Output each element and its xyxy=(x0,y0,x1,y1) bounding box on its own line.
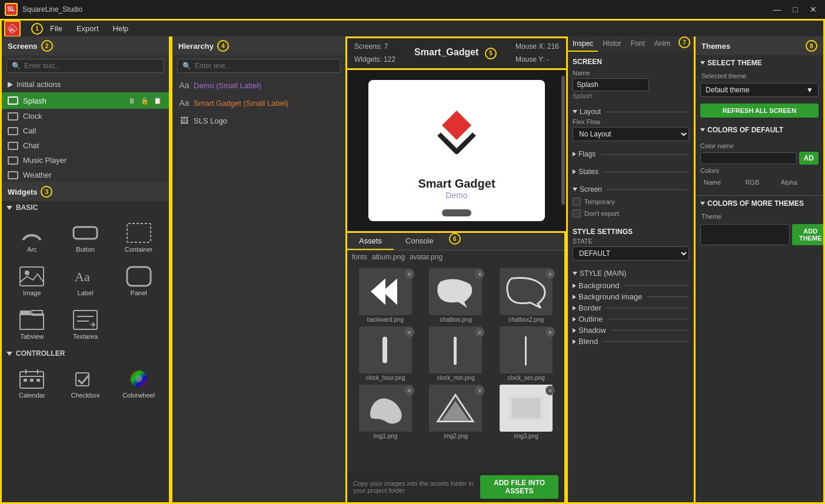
tab-assets[interactable]: Assets xyxy=(347,233,394,250)
widget-category-basic[interactable]: BASIC xyxy=(2,201,169,214)
inspector-panel: Inspec Histor Font Anim 7 SCREEN Name Sp… xyxy=(566,36,696,504)
style-main-collapsible[interactable]: STYLE (MAIN) xyxy=(573,267,689,280)
style-background[interactable]: Background xyxy=(573,280,689,291)
add-file-button[interactable]: ADD FILE INTO ASSETS xyxy=(480,475,558,499)
color-name-input[interactable] xyxy=(700,152,797,164)
bg-image-divider xyxy=(647,296,689,297)
widget-category-controller[interactable]: CONTROLLER xyxy=(2,347,169,360)
hier-item-sls[interactable]: 🖼 SLS Logo xyxy=(172,112,345,129)
minimize-button[interactable]: — xyxy=(770,4,785,15)
asset-delete-chatbox2[interactable]: × xyxy=(545,269,555,279)
widget-container[interactable]: Container xyxy=(113,216,164,258)
widget-button[interactable]: Button xyxy=(60,216,111,258)
asset-img3: × img3.png xyxy=(493,385,560,439)
tab-font[interactable]: Font xyxy=(626,36,650,52)
more-themes-title[interactable]: COLORS OF MORE THEMES xyxy=(696,196,823,211)
name-value[interactable]: Splash xyxy=(573,78,649,91)
widget-arc[interactable]: Arc xyxy=(6,216,58,258)
style-border[interactable]: Border xyxy=(573,302,689,313)
layout-collapse-icon xyxy=(573,110,577,114)
hier-item-demo[interactable]: Aa Demo (Small Label) xyxy=(172,76,345,94)
asset-delete-clock-hour[interactable]: × xyxy=(405,328,414,337)
subfolder-album[interactable]: album.png xyxy=(372,253,405,261)
screens-search-input[interactable] xyxy=(24,62,159,70)
asset-thumb-img2 xyxy=(429,385,482,432)
style-background-image[interactable]: Background image xyxy=(573,291,689,302)
colorwheel-label: Colorwheel xyxy=(122,392,155,399)
screen-item-chat[interactable]: Chat xyxy=(2,138,169,153)
asset-delete-chatbox[interactable]: × xyxy=(475,269,484,279)
state-select[interactable]: DEFAULT xyxy=(573,246,689,261)
colors-default-title[interactable]: COLORS OF DEFAULT xyxy=(696,122,823,138)
style-shadow[interactable]: Shadow xyxy=(573,325,689,336)
initial-actions-item[interactable]: Initial actions xyxy=(2,76,169,92)
asset-delete-img1[interactable]: × xyxy=(405,386,414,395)
hierarchy-search-input[interactable] xyxy=(195,62,335,70)
layout-divider xyxy=(606,112,689,112)
arc-label: Arc xyxy=(27,246,37,253)
flags-collapsible[interactable]: Flags xyxy=(573,148,689,161)
file-menu[interactable]: File xyxy=(43,22,69,35)
selected-theme-select[interactable]: Default theme ▼ xyxy=(700,83,819,97)
temporary-checkbox[interactable] xyxy=(573,198,581,206)
asset-delete-img2[interactable]: × xyxy=(475,386,484,395)
screen-item-clock[interactable]: Clock xyxy=(2,109,169,124)
style-settings-header: STYLE SETTINGS xyxy=(573,224,689,238)
search-icon: 🔍 xyxy=(12,62,21,70)
add-theme-button[interactable]: ADD THEME xyxy=(792,224,825,245)
screen-item-call[interactable]: Call xyxy=(2,124,169,138)
canvas-scrollbar[interactable] xyxy=(561,76,565,205)
close-button[interactable]: ✕ xyxy=(806,4,820,15)
screen-item-weather[interactable]: Weather xyxy=(2,168,169,182)
select-theme-title[interactable]: SELECT THEME xyxy=(696,55,823,71)
maximize-button[interactable]: □ xyxy=(790,4,801,15)
assets-footer-text: Copy your images into the assets folder … xyxy=(353,480,480,494)
widget-image[interactable]: Image xyxy=(6,260,58,301)
screen-item-music[interactable]: Music Player xyxy=(2,153,169,168)
subfolder-fonts[interactable]: fonts xyxy=(352,253,367,261)
widget-calendar[interactable]: Calendar xyxy=(6,362,58,403)
subfolder-avatar[interactable]: avatar.png xyxy=(410,253,443,261)
widget-checkbox[interactable]: Checkbox xyxy=(60,362,111,403)
asset-delete-img3[interactable]: × xyxy=(545,386,555,395)
delete-screen-icon[interactable]: 🗑 xyxy=(127,95,137,106)
category-basic-label: BASIC xyxy=(16,203,38,212)
app-title: SquareLine_Studio xyxy=(22,5,770,14)
tab-anim[interactable]: Anim xyxy=(650,36,675,52)
layout-collapsible[interactable]: Layout xyxy=(573,105,689,118)
refresh-all-screen-button[interactable]: REFRESH ALL SCREEN xyxy=(700,104,819,118)
lock-screen-icon[interactable]: 🔒 xyxy=(139,95,150,106)
tab-inspect[interactable]: Inspec xyxy=(568,36,598,52)
asset-delete-backward[interactable]: × xyxy=(405,269,414,279)
inspector-badge: 7 xyxy=(678,36,690,48)
export-menu[interactable]: Export xyxy=(69,22,106,35)
screen-item-splash[interactable]: Splash 🗑 🔒 📋 xyxy=(2,92,169,109)
dont-export-checkbox[interactable] xyxy=(573,209,581,218)
theme-name-input[interactable] xyxy=(700,224,790,245)
style-outline[interactable]: Outline xyxy=(573,313,689,325)
name-label: Name xyxy=(573,69,590,76)
themes-badge: 8 xyxy=(806,40,817,52)
screens-search-box[interactable]: 🔍 xyxy=(6,59,164,73)
widget-label[interactable]: Aa Label xyxy=(60,260,111,301)
svg-rect-17 xyxy=(30,379,34,382)
asset-name-clock-min: clock_min.png xyxy=(437,375,475,381)
style-blend[interactable]: Blend xyxy=(573,336,689,347)
tab-history[interactable]: Histor xyxy=(598,36,626,52)
widget-colorwheel[interactable]: Colorwheel xyxy=(113,362,164,403)
hier-item-smartgadget[interactable]: Aa Smart Gadget (Small Label) xyxy=(172,94,345,112)
flex-flow-select[interactable]: No Layout xyxy=(573,127,689,141)
tab-console[interactable]: Console xyxy=(394,233,445,250)
widget-panel[interactable]: Panel xyxy=(113,260,164,301)
widget-tabview[interactable]: Tabview xyxy=(6,303,58,345)
copy-screen-icon[interactable]: 📋 xyxy=(152,95,163,106)
states-collapsible[interactable]: States xyxy=(573,165,689,178)
asset-delete-clock-sec[interactable]: × xyxy=(545,328,555,337)
asset-delete-clock-min[interactable]: × xyxy=(475,328,484,337)
screen-collapsible[interactable]: Screen xyxy=(573,183,689,196)
hierarchy-search-box[interactable]: 🔍 xyxy=(177,59,341,73)
widget-textarea[interactable]: Textarea xyxy=(60,303,111,345)
help-menu[interactable]: Help xyxy=(106,22,136,35)
style-main-collapse-icon xyxy=(573,272,577,275)
add-color-button[interactable]: AD xyxy=(799,152,819,165)
